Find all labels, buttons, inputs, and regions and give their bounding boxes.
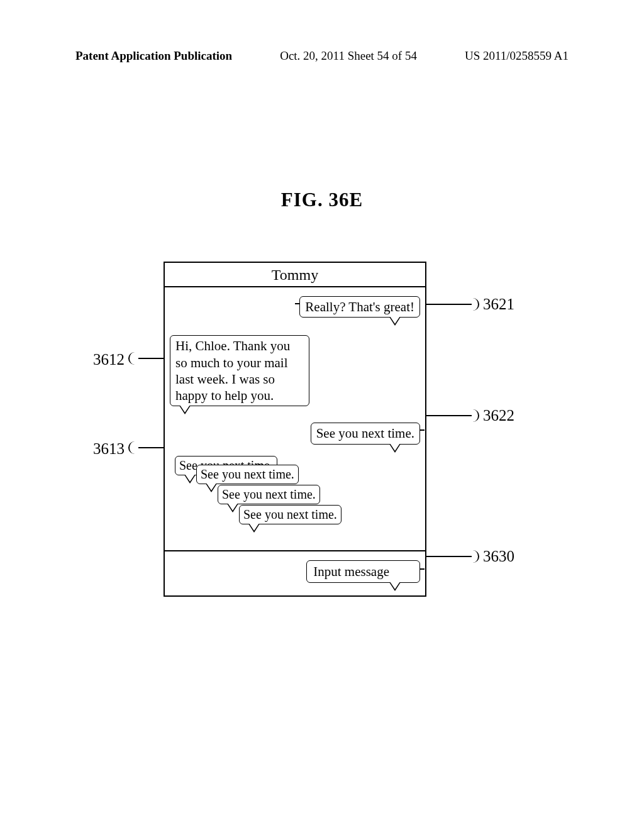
message-row: See you next time. — [170, 406, 420, 444]
leader-curve-icon — [128, 352, 138, 365]
input-bubble-3630[interactable]: Input message — [306, 560, 420, 583]
patent-page: Patent Application Publication Oct. 20, … — [0, 0, 644, 830]
leader-curve-icon — [469, 409, 479, 422]
leader-curve-icon — [128, 441, 138, 454]
page-header: Patent Application Publication Oct. 20, … — [0, 0, 644, 63]
figure-title: FIG. 36E — [0, 189, 644, 211]
chat-window: Tommy Really? That's great! Hi, Chloe. T… — [164, 262, 426, 597]
input-placeholder: Input message — [313, 564, 389, 579]
bubble-text: See you next time. — [316, 426, 414, 441]
leader-line — [138, 447, 165, 448]
header-date-sheet: Oct. 20, 2011 Sheet 54 of 54 — [280, 49, 417, 63]
bubble-text: See you next time. — [243, 507, 337, 521]
chat-title: Tommy — [165, 263, 425, 287]
ref-label-3630: 3630 — [483, 548, 514, 565]
outgoing-bubble-3621: Really? That's great! — [299, 296, 420, 318]
leader-line — [426, 304, 472, 305]
leader-curve-icon — [469, 550, 479, 563]
incoming-bubble-3613-dup: See you next time. — [196, 465, 299, 484]
header-publication: Patent Application Publication — [75, 49, 232, 63]
outgoing-bubble-3622: See you next time. — [311, 423, 420, 444]
bubble-text: Really? That's great! — [305, 299, 414, 314]
ref-label-3612: 3612 — [93, 351, 125, 368]
message-row: Really? That's great! — [170, 292, 420, 318]
bubble-text: Hi, Chloe. Thank you so much to your mai… — [175, 338, 290, 403]
bubble-text: See you next time. — [222, 487, 316, 501]
leader-icon — [419, 568, 425, 570]
leader-line — [426, 415, 472, 416]
ref-label-3613: 3613 — [93, 440, 125, 458]
message-row: Hi, Chloe. Thank you so much to your mai… — [170, 318, 420, 406]
incoming-bubble-3612: Hi, Chloe. Thank you so much to your mai… — [170, 335, 309, 406]
leader-line — [426, 556, 472, 557]
chat-area: Really? That's great! Hi, Chloe. Thank y… — [165, 287, 425, 551]
ref-label-3621: 3621 — [483, 296, 514, 313]
leader-icon — [419, 429, 425, 431]
incoming-bubble-3613-dup: See you next time. — [218, 485, 320, 504]
bubble-text: See you next time. — [201, 467, 294, 481]
cascade-group-3613: See you next time. See you next time. Se… — [170, 445, 420, 545]
leader-curve-icon — [469, 298, 479, 311]
incoming-bubble-3613-dup: See you next time. — [239, 505, 341, 524]
leader-icon — [295, 303, 300, 304]
header-doc-number: US 2011/0258559 A1 — [465, 49, 569, 63]
input-bar: Input message — [165, 551, 425, 595]
leader-line — [138, 358, 165, 359]
ref-label-3622: 3622 — [483, 407, 514, 424]
